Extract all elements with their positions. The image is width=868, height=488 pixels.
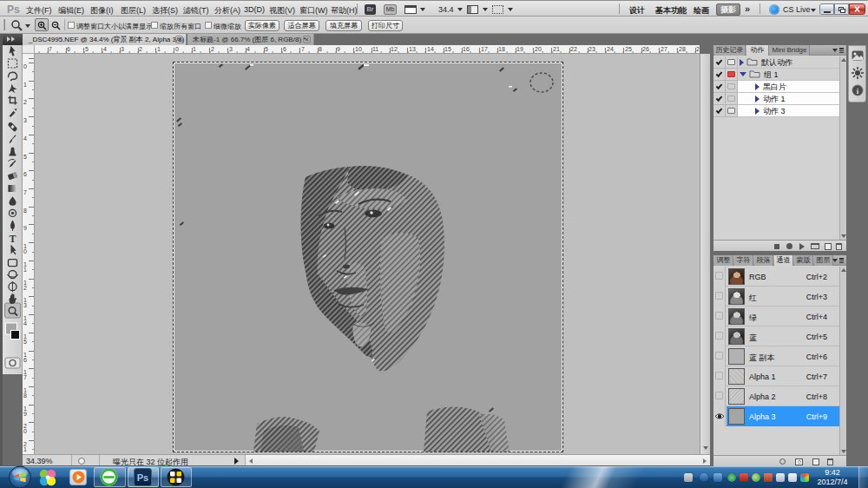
- svg-text:T: T: [9, 233, 16, 245]
